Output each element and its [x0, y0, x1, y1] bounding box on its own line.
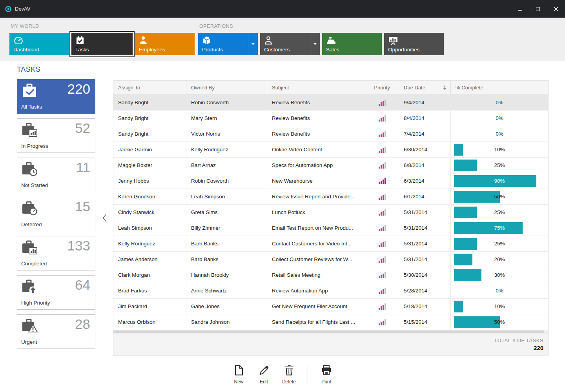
edit-button[interactable]: Edit — [255, 365, 273, 385]
priority-bars-icon — [379, 115, 386, 122]
edit-pencil-icon — [259, 365, 269, 377]
person-icon — [139, 36, 148, 47]
cell-pct-complete: 10% — [451, 299, 548, 314]
filter-label: Urgent — [21, 339, 37, 345]
cell-assign-to: Sandy Bright — [113, 111, 186, 126]
filter-tile-deferred[interactable]: 15 Deferred — [17, 197, 95, 231]
delete-trash-icon — [284, 365, 294, 377]
priority-bars-icon — [379, 131, 386, 137]
filter-tile-all-tasks[interactable]: 220 All Tasks — [17, 79, 95, 114]
column-header-owned-by[interactable]: Owned By — [186, 81, 267, 94]
employees-tile[interactable]: Employees — [135, 33, 195, 55]
cell-subject: Review Automation App — [267, 283, 366, 298]
horizontal-scrollbar[interactable] — [113, 330, 548, 334]
close-button[interactable] — [547, 0, 565, 18]
cell-due-date: 5/28/2014 — [398, 283, 451, 298]
column-header-label: Owned By — [191, 85, 215, 91]
column-header-priority[interactable]: Priority — [366, 81, 398, 94]
cell-priority — [366, 252, 398, 267]
print-button[interactable]: Print — [317, 365, 335, 385]
tile-label: Tasks — [75, 47, 89, 53]
cell-pct-complete: 25% — [451, 158, 548, 173]
tasks-tile[interactable]: Tasks — [71, 33, 133, 55]
cell-subject: Get New Frequent Flier Account — [267, 299, 366, 314]
filter-label: Completed — [21, 261, 47, 267]
print-icon — [321, 365, 332, 377]
column-header-assign-to[interactable]: Assign To — [113, 81, 186, 94]
table-row[interactable]: Kelly Rodriguez Barb Banks Contact Custo… — [113, 236, 548, 252]
chevron-left-icon — [102, 214, 107, 222]
dashboard-gauge-icon — [13, 36, 24, 47]
filter-tile-completed[interactable]: 133 Completed — [17, 236, 95, 270]
priority-bars-icon — [379, 272, 386, 278]
bottom-toolbar: New Edit Delete — [0, 357, 565, 392]
filter-tile-in-progress[interactable]: 52 In Progress — [17, 118, 95, 153]
maximize-icon — [536, 7, 540, 11]
sales-tile[interactable]: Sales — [322, 33, 382, 55]
column-header-pct-complete[interactable]: % Complete — [451, 81, 548, 94]
table-row[interactable]: Brad Farkus Arnie Schwartz Review Automa… — [113, 283, 548, 299]
table-row[interactable]: Clark Morgan Hannah Brookly Retail Sales… — [113, 267, 548, 283]
app-logo-icon — [5, 5, 12, 13]
cell-due-date: 5/31/2014 — [398, 205, 451, 220]
minimize-button[interactable] — [511, 0, 529, 18]
customers-tile[interactable]: Customers — [260, 33, 320, 55]
cell-subject: Review Issue Report and Provide... — [267, 189, 366, 204]
task-filter-list: 220 All Tasks 52 In Progress — [17, 79, 95, 354]
urgent-icon — [21, 319, 38, 335]
progress-label: 30% — [451, 267, 548, 283]
table-row[interactable]: Karen Goodson Leah Simpson Review Issue … — [113, 189, 548, 205]
ribbon-group-label: MY WORLD — [11, 24, 195, 29]
customers-dropdown-arrow[interactable] — [310, 33, 320, 55]
table-row[interactable]: Leah Simpson Billy Zimmer Email Test Rep… — [113, 220, 548, 236]
maximize-button[interactable] — [529, 0, 547, 18]
tasks-calendar-icon — [75, 36, 85, 47]
table-row[interactable]: Cindy Stanwick Greta Sims Lunch Potluck … — [113, 205, 548, 220]
ribbon-group-my-world: MY WORLD Dashboard — [9, 23, 195, 61]
cell-pct-complete: 10% — [451, 142, 548, 157]
opportunities-tile[interactable]: Opportunities — [384, 33, 444, 55]
filter-tile-urgent[interactable]: 28 Urgent — [17, 314, 95, 349]
cell-assign-to: Jim Packard — [113, 299, 186, 314]
table-row[interactable]: Maggie Boxter Bart Arnaz Specs for Autom… — [113, 158, 548, 173]
cell-owned-by: Greta Sims — [186, 205, 267, 220]
priority-bars-icon — [379, 241, 386, 247]
table-row[interactable]: Sandy Bright Mary Stern Review Benefits … — [113, 111, 548, 126]
cell-assign-to: Cindy Stanwick — [113, 205, 186, 220]
priority-bars-icon — [379, 319, 386, 325]
table-row[interactable]: Sandy Bright Robin Cosworth Review Benef… — [113, 95, 548, 111]
new-button[interactable]: New — [230, 365, 248, 385]
products-tile[interactable]: Products — [198, 33, 258, 55]
cell-pct-complete: 0% — [451, 283, 548, 298]
filter-tile-high-priority[interactable]: 64 High Priority — [17, 275, 95, 310]
column-header-due-date[interactable]: Due Date — [398, 81, 451, 94]
page-title: TASKS — [17, 65, 40, 74]
table-row[interactable]: Marcus Orbison Sandra Johnson Send Recei… — [113, 314, 548, 330]
filter-label: Not Started — [21, 182, 48, 188]
table-row[interactable]: James Anderson Barb Banks Collect Custom… — [113, 252, 548, 267]
dashboard-tile[interactable]: Dashboard — [9, 33, 69, 55]
column-header-subject[interactable]: Subject — [267, 81, 366, 94]
priority-bars-icon — [379, 194, 386, 200]
table-row[interactable]: Jim Packard Gabe Jones Get New Frequent … — [113, 299, 548, 314]
toolbar-separator — [308, 366, 308, 384]
cube-icon — [202, 36, 211, 47]
cell-priority — [366, 314, 398, 330]
cell-due-date: 6/1/2014 — [398, 189, 451, 204]
tile-label: Products — [202, 47, 223, 53]
delete-button[interactable]: Delete — [280, 365, 298, 385]
cell-priority — [366, 158, 398, 173]
filter-count: 133 — [67, 238, 90, 254]
cell-pct-complete: 25% — [451, 236, 548, 251]
cell-subject: Review Benefits — [267, 95, 366, 110]
table-row[interactable]: Sandy Bright Victor Norris Review Benefi… — [113, 126, 548, 142]
filter-tile-not-started[interactable]: 11 Not Started — [17, 158, 95, 192]
collapse-sidebar-button[interactable] — [100, 212, 108, 223]
products-dropdown-arrow[interactable] — [248, 33, 258, 55]
tile-label: Dashboard — [13, 47, 39, 53]
filter-count: 220 — [67, 81, 90, 97]
scrollbar-thumb[interactable] — [113, 330, 544, 333]
table-row[interactable]: Jenny Hobbs Robin Cosworth New Warehours… — [113, 173, 548, 189]
cash-register-icon — [326, 36, 336, 47]
table-row[interactable]: Jackie Garmin Kelly Rodriguez Online Vid… — [113, 142, 548, 158]
